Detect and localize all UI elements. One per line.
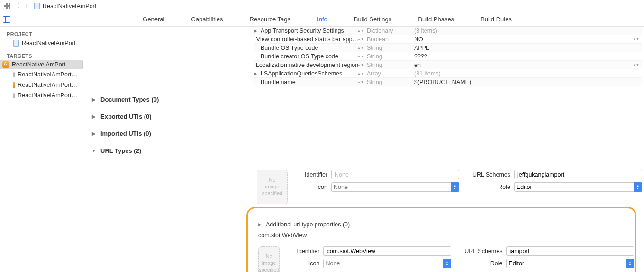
panel-toggle-icon[interactable] bbox=[3, 16, 10, 23]
disclosure-triangle-icon: ▶ bbox=[258, 222, 263, 227]
bundle-target-icon bbox=[13, 72, 15, 77]
key-stepper-icon[interactable]: ▲▼ bbox=[358, 36, 363, 43]
disclosure-triangle-icon: ▶ bbox=[91, 131, 97, 136]
plist-row[interactable]: View controller-based status bar app… ▲▼… bbox=[254, 35, 642, 44]
tab-capabilities[interactable]: Capabilities bbox=[189, 13, 225, 26]
section-document-types[interactable]: ▶ Document Types (0) bbox=[91, 91, 638, 108]
url-schemes-field[interactable] bbox=[514, 170, 642, 179]
sidebar-item-label: ReactNativeIAmPort bbox=[22, 40, 75, 47]
label-icon: Icon bbox=[293, 184, 327, 190]
value-stepper-icon[interactable]: ▲▼ bbox=[634, 62, 638, 68]
app-target-icon bbox=[2, 61, 9, 68]
related-items-icon[interactable] bbox=[4, 3, 10, 9]
dropdown-icon[interactable] bbox=[443, 259, 451, 268]
label-identifier: Identifier bbox=[293, 171, 327, 178]
app-target-icon bbox=[13, 82, 15, 88]
url-type-subtitle: com.siot.WebView bbox=[258, 230, 632, 242]
tab-build-phases[interactable]: Build Phases bbox=[416, 13, 456, 26]
disclosure-triangle-icon: ▶ bbox=[91, 114, 97, 119]
sidebar-target-0[interactable]: ReactNativeIAmPort bbox=[0, 60, 83, 69]
label-url-schemes: URL Schemes bbox=[455, 248, 502, 254]
url-type-image-well[interactable]: No image specified bbox=[257, 170, 288, 204]
key-stepper-icon[interactable]: ▲▼ bbox=[358, 28, 363, 34]
sidebar-target-2[interactable]: ReactNativeIAmPort… bbox=[0, 80, 83, 90]
url-type-entry-0: No image specified Identifier URL Scheme… bbox=[257, 170, 642, 204]
label-role: Role bbox=[455, 260, 502, 267]
nav-back-icon[interactable]: 〈 bbox=[13, 2, 21, 10]
key-stepper-icon[interactable]: ▲▼ bbox=[358, 79, 363, 85]
project-targets-sidebar: PROJECT ReactNativeIAmPort TARGETS React… bbox=[0, 27, 83, 272]
sidebar-item-label: ReactNativeIAmPort bbox=[12, 61, 65, 68]
project-icon bbox=[13, 40, 19, 47]
section-imported-utis[interactable]: ▶ Imported UTIs (0) bbox=[91, 125, 638, 142]
url-schemes-field[interactable] bbox=[506, 246, 634, 256]
label-url-schemes: URL Schemes bbox=[463, 171, 510, 178]
sidebar-heading-project: PROJECT bbox=[0, 29, 83, 38]
dropdown-icon[interactable] bbox=[451, 182, 459, 192]
role-select[interactable] bbox=[514, 182, 642, 192]
label-role: Role bbox=[463, 184, 510, 190]
role-select[interactable] bbox=[506, 259, 634, 268]
disclosure-triangle-icon: ▶ bbox=[91, 97, 97, 102]
sidebar-item-label: ReactNativeIAmPort… bbox=[18, 82, 77, 88]
dropdown-icon[interactable] bbox=[626, 259, 634, 268]
key-stepper-icon[interactable]: ▲▼ bbox=[358, 70, 363, 77]
additional-url-properties[interactable]: ▶ Additional url type properties (0) bbox=[258, 219, 632, 230]
tab-build-settings[interactable]: Build Settings bbox=[352, 13, 394, 26]
section-url-types[interactable]: ▼ URL Types (2) bbox=[91, 142, 638, 159]
highlighted-url-type: ▶ Additional url type properties (0) com… bbox=[246, 207, 636, 272]
plist-row[interactable]: ▶App Transport Security Settings ▲▼ Dict… bbox=[254, 27, 642, 35]
disclosure-triangle-icon: ▼ bbox=[91, 148, 97, 153]
label-identifier: Identifier bbox=[285, 248, 319, 254]
key-stepper-icon[interactable]: ▲▼ bbox=[358, 45, 363, 51]
key-stepper-icon[interactable]: ▲▼ bbox=[358, 53, 363, 60]
bundle-target-icon bbox=[13, 93, 15, 98]
plist-row[interactable]: Localization native development region ▲… bbox=[254, 61, 642, 69]
url-type-image-well[interactable]: No image specified bbox=[258, 246, 280, 272]
editor-tab-row: General Capabilities Resource Tags Info … bbox=[0, 12, 644, 27]
plist-row[interactable]: Bundle OS Type code ▲▼ String APPL bbox=[254, 44, 642, 52]
disclosure-triangle-icon[interactable]: ▶ bbox=[254, 71, 259, 76]
sidebar-target-3[interactable]: ReactNativeIAmPort… bbox=[0, 90, 83, 101]
identifier-field[interactable] bbox=[323, 246, 451, 256]
plist-row[interactable]: Bundle name ▲▼ String $(PRODUCT_NAME) bbox=[254, 78, 642, 86]
sidebar-item-label: ReactNativeIAmPort… bbox=[18, 71, 77, 78]
icon-select[interactable] bbox=[323, 259, 451, 268]
plist-row[interactable]: ▶LSApplicationQueriesSchemes ▲▼ Array (3… bbox=[254, 69, 642, 78]
project-file-icon bbox=[34, 3, 40, 9]
section-exported-utis[interactable]: ▶ Exported UTIs (0) bbox=[91, 108, 638, 125]
sidebar-target-1[interactable]: ReactNativeIAmPort… bbox=[0, 69, 83, 80]
tab-info[interactable]: Info bbox=[315, 13, 329, 26]
nav-forward-icon[interactable]: 〉 bbox=[24, 2, 31, 10]
key-stepper-icon[interactable]: ▲▼ bbox=[358, 62, 363, 68]
identifier-field[interactable] bbox=[331, 170, 459, 179]
breadcrumb-bar: 〈 〉 ReactNativeIAmPort bbox=[0, 0, 644, 12]
sidebar-project-item[interactable]: ReactNativeIAmPort bbox=[0, 38, 83, 48]
dropdown-icon[interactable] bbox=[634, 182, 642, 192]
tab-general[interactable]: General bbox=[141, 13, 166, 26]
icon-select[interactable] bbox=[331, 182, 459, 192]
info-plist-table: ▶App Transport Security Settings ▲▼ Dict… bbox=[254, 27, 642, 86]
plist-row[interactable]: Bundle creator OS Type code ▲▼ String ??… bbox=[254, 52, 642, 61]
disclosure-triangle-icon[interactable]: ▶ bbox=[254, 28, 259, 33]
sidebar-item-label: ReactNativeIAmPort… bbox=[18, 92, 77, 99]
value-stepper-icon[interactable]: ▲▼ bbox=[634, 36, 638, 43]
info-editor: ▶App Transport Security Settings ▲▼ Dict… bbox=[83, 27, 644, 272]
tab-resource-tags[interactable]: Resource Tags bbox=[248, 13, 292, 26]
sidebar-heading-targets: TARGETS bbox=[0, 51, 83, 60]
tab-build-rules[interactable]: Build Rules bbox=[479, 13, 514, 26]
target-editor-tabs: General Capabilities Resource Tags Info … bbox=[10, 13, 644, 26]
breadcrumb-title[interactable]: ReactNativeIAmPort bbox=[43, 3, 96, 9]
label-icon: Icon bbox=[285, 260, 319, 267]
url-type-entry-1: No image specified Identifier URL Scheme… bbox=[258, 246, 632, 272]
